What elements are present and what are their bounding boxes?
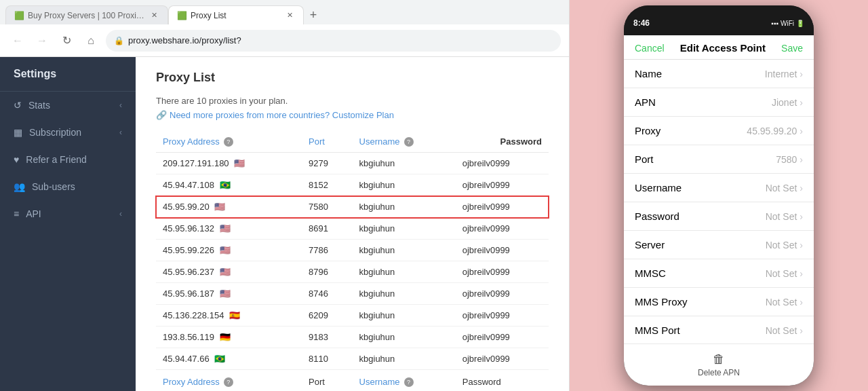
flag-icon: 🇺🇸 [220, 245, 231, 255]
link-icon: 🔗 [156, 110, 167, 120]
sidebar-item-subusers-label: Sub-users [32, 181, 75, 192]
sidebar-item-subscription[interactable]: ▦ Subscription ‹ [0, 119, 136, 146]
phone-row-value: Not Set [766, 240, 797, 250]
cell-port: 9279 [302, 153, 352, 174]
sidebar-item-api-label: API [26, 208, 41, 219]
phone-row-right: Jionet › [772, 97, 803, 108]
phone-row-label: MMS Proxy [635, 296, 688, 308]
customize-plan-link[interactable]: 🔗 Need more proxies from more countries?… [156, 110, 549, 120]
username-help-icon[interactable]: ? [404, 137, 414, 147]
cell-password: ojbreilv0999 [456, 240, 549, 261]
cell-port: 6209 [302, 305, 352, 327]
username-header-link[interactable]: Username ? [359, 136, 414, 147]
cell-username: kbgiuhun [353, 196, 456, 218]
tab-2[interactable]: 🟩 Proxy List ✕ [168, 5, 304, 24]
cell-username: kbgiuhun [353, 283, 456, 305]
cell-password: ojbreilv0999 [456, 261, 549, 283]
footer-col3: Username ? [353, 370, 456, 392]
flag-icon: 🇧🇷 [220, 180, 231, 190]
stats-icon: ↺ [14, 100, 22, 111]
footer-username-help-icon[interactable]: ? [404, 377, 414, 387]
reload-button[interactable]: ↻ [57, 31, 76, 50]
sidebar-item-api[interactable]: ≡ API ‹ [0, 200, 136, 227]
phone-setting-row[interactable]: MMSC Not Set › [624, 259, 814, 288]
forward-button[interactable]: → [33, 31, 52, 50]
proxy-address-header-link[interactable]: Proxy Address ? [163, 136, 233, 147]
battery-icon: 🔋 [796, 20, 804, 27]
navigation-bar: ← → ↻ ⌂ 🔒 proxy.webshare.io/proxy/list? [0, 24, 569, 57]
cell-ip: 209.127.191.180 🇺🇸 [156, 153, 302, 174]
phone-setting-row[interactable]: Proxy 45.95.99.20 › [624, 117, 814, 145]
sidebar-item-refer[interactable]: ♥ Refer a Friend [0, 146, 136, 173]
sidebar-item-stats[interactable]: ↺ Stats ‹ [0, 92, 136, 119]
cell-password: ojbreilv0999 [456, 348, 549, 370]
phone-nav-bar: Cancel Edit Access Point Save [624, 35, 814, 60]
address-bar[interactable]: 🔒 proxy.webshare.io/proxy/list? [106, 30, 561, 52]
phone-row-right: Not Set › [766, 240, 803, 250]
cell-ip: 45.136.228.154 🇪🇸 [156, 305, 302, 327]
new-tab-button[interactable]: + [304, 5, 323, 24]
proxy-address-help-icon[interactable]: ? [224, 137, 233, 147]
cell-port: 7786 [302, 240, 352, 261]
tab2-close-button[interactable]: ✕ [284, 10, 295, 21]
phone-save-button[interactable]: Save [781, 43, 803, 54]
wifi-icon: WiFi [781, 20, 794, 27]
cell-ip: 45.94.47.108 🇧🇷 [156, 174, 302, 196]
phone-setting-row[interactable]: MMS Proxy Not Set › [624, 288, 814, 316]
chevron-right-icon: › [800, 154, 803, 165]
tab1-close-button[interactable]: ✕ [149, 10, 159, 21]
cell-password: ojbreilv0999 [456, 174, 549, 196]
cell-username: kbgiuhun [353, 174, 456, 196]
sidebar-item-subscription-label: Subscription [29, 127, 81, 138]
phone-row-right: 45.95.99.20 › [747, 126, 803, 136]
tab2-favicon: 🟩 [177, 11, 186, 20]
phone-row-value: Not Set [766, 268, 797, 279]
table-header-row: Proxy Address ? Port Username ? Password [156, 131, 549, 153]
footer-proxy-address-help-icon[interactable]: ? [224, 377, 233, 387]
api-icon: ≡ [14, 208, 19, 219]
phone-row-right: 7580 › [776, 154, 803, 165]
page-title: Proxy List [156, 71, 549, 85]
phone-setting-row[interactable]: Password Not Set › [624, 202, 814, 231]
phone-setting-row[interactable]: Port 7580 › [624, 145, 814, 174]
footer-username-link[interactable]: Username ? [359, 377, 414, 387]
chevron-right-icon: › [800, 97, 803, 108]
phone-settings-list: Name Internet › APN Jionet › Proxy 45.95… [624, 60, 814, 343]
subscription-chevron-icon: ‹ [119, 128, 122, 137]
table-row: 45.95.96.132 🇺🇸 8691 kbgiuhun ojbreilv09… [156, 218, 549, 240]
phone-setting-row[interactable]: Username Not Set › [624, 174, 814, 202]
col-header-port: Port [302, 131, 352, 153]
cell-username: kbgiuhun [353, 240, 456, 261]
phone-setting-row[interactable]: Name Internet › [624, 60, 814, 88]
browser-window: 🟩 Buy Proxy Servers | 100 Proxies f... ✕… [0, 0, 570, 391]
sidebar-item-api-inner: ≡ API [14, 208, 41, 219]
tab-1[interactable]: 🟩 Buy Proxy Servers | 100 Proxies f... ✕ [5, 5, 168, 24]
phone-row-value: Jionet [772, 97, 797, 108]
tab-bar: 🟩 Buy Proxy Servers | 100 Proxies f... ✕… [0, 0, 569, 24]
chevron-right-icon: › [800, 297, 803, 308]
chevron-right-icon: › [800, 211, 803, 222]
footer-proxy-address-link[interactable]: Proxy Address ? [163, 377, 233, 387]
cell-ip: 45.95.96.187 🇺🇸 [156, 283, 302, 305]
phone-row-label: MMS Port [635, 324, 680, 336]
stats-chevron-icon: ‹ [119, 100, 122, 110]
flag-icon: 🇺🇸 [234, 158, 245, 168]
phone-row-right: Not Set › [766, 325, 803, 336]
sidebar-item-subscription-inner: ▦ Subscription [14, 127, 81, 138]
phone-setting-row[interactable]: Server Not Set › [624, 231, 814, 259]
phone-setting-row[interactable]: MMS Port Not Set › [624, 316, 814, 343]
cell-port: 8796 [302, 261, 352, 283]
phone-cancel-button[interactable]: Cancel [635, 43, 665, 54]
tab2-title: Proxy List [191, 11, 280, 20]
cell-ip: 193.8.56.119 🇩🇪 [156, 327, 302, 348]
sidebar-item-stats-label: Stats [28, 100, 50, 111]
sidebar-item-subusers[interactable]: 👥 Sub-users [0, 173, 136, 200]
cell-username: kbgiuhun [353, 153, 456, 174]
cell-username: kbgiuhun [353, 305, 456, 327]
back-button[interactable]: ← [8, 31, 27, 50]
home-button[interactable]: ⌂ [81, 31, 100, 50]
phone-delete-apn-bar[interactable]: 🗑 Delete APN [624, 343, 814, 386]
footer-col1: Proxy Address ? [156, 370, 302, 392]
phone-setting-row[interactable]: APN Jionet › [624, 88, 814, 117]
table-row: 45.94.47.66 🇧🇷 8110 kbgiuhun ojbreilv099… [156, 348, 549, 370]
